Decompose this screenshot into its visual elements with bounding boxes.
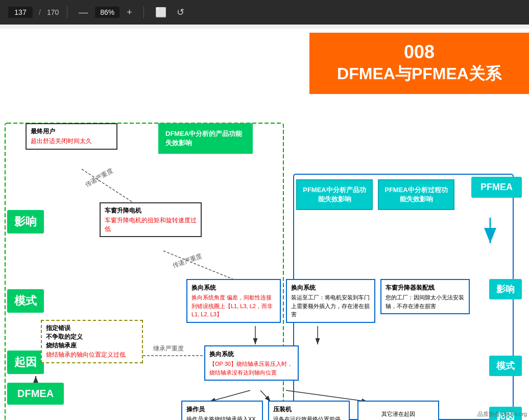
left-cause-label: 起因: [7, 351, 44, 374]
page-input[interactable]: [8, 7, 33, 18]
pfmea-process-box: PFMEA中分析过程功能失效影响: [378, 179, 454, 210]
window-assembly-box: 车窗升降器装配线 您的工厂：因间隙太小无法安装轴，不存在潜在损害: [380, 279, 470, 314]
pfmea-process-content: PFMEA中分析过程功能失效影响: [384, 186, 448, 203]
svg-line-14: [286, 390, 368, 402]
slide-title: DFMEA与PFMEA关系: [337, 63, 501, 85]
title-area: 008 DFMEA与PFMEA关系: [309, 33, 529, 94]
press-title: 压装机: [273, 405, 345, 414]
window-motor-title: 车窗升降电机: [105, 206, 197, 215]
operator-box: 操作员 操作员未将烧结轴承插入XX位置: [181, 401, 263, 420]
specified-error-box: 指定错误 不争取的定义 烧结轴承座 烧结轴承的轴向位置定义过低: [41, 320, 143, 363]
toolbar-divider2: [143, 6, 144, 18]
press-box: 压装机 设备在运行致最终位置前停止: [268, 401, 350, 420]
fit-button[interactable]: ⬜: [152, 6, 170, 19]
press-content: 设备在运行致最终位置前停止: [273, 416, 341, 420]
steering-system2-box: 换向系统 装运至工厂：将电机安装到车门上需要额外插入力，存在潜在损害: [286, 279, 375, 323]
window-assembly-title: 车窗升降器装配线: [386, 283, 465, 292]
svg-text:传递严重度: 传递严重度: [172, 252, 203, 269]
steering-op30-box: 换向系统 【OP 30】烧结轴承压装压入时，烧结轴承没有达到轴向位置: [204, 345, 299, 381]
specified-error-title: 指定错误 不争取的定义 烧结轴承座: [46, 324, 138, 349]
slide-number: 008: [404, 41, 435, 63]
steering-op30-title: 换向系统: [209, 349, 294, 359]
operator-title: 操作员: [186, 405, 258, 414]
window-motor-box: 车窗升降电机 车窗升降电机的扭矩和旋转速度过低: [100, 202, 202, 237]
steering-system1-title: 换向系统: [191, 283, 276, 292]
steering-system2-content: 装运至工厂：将电机安装到车门上需要额外插入力，存在潜在损害: [291, 294, 370, 317]
left-influence-label: 影响: [7, 210, 44, 234]
operator-content: 操作员未将烧结轴承插入XX位置: [186, 416, 256, 420]
main-area: 008 DFMEA与PFMEA关系 传递严重度 传递严重度 继承严重度: [0, 25, 529, 420]
svg-line-13: [260, 390, 271, 402]
right-mode-label: 模式: [489, 356, 522, 376]
end-user-title: 最终用户: [31, 127, 112, 136]
steering-op30-content: 【OP 30】烧结轴承压装压入时，烧结轴承没有达到轴向位置: [209, 361, 293, 376]
left-mode-label: 模式: [7, 289, 44, 313]
rotate-button[interactable]: ↺: [174, 6, 187, 19]
svg-line-12: [209, 390, 250, 402]
page-separator: /: [37, 8, 43, 16]
end-user-content: 超出舒适关闭时间太久: [31, 137, 92, 145]
svg-line-2: [82, 169, 133, 202]
slide: 008 DFMEA与PFMEA关系 传递严重度 传递严重度 继承严重度: [0, 29, 529, 420]
zoom-decrease-button[interactable]: —: [76, 6, 91, 19]
window-motor-content: 车窗升降电机的扭矩和旋转速度过低: [105, 217, 197, 232]
right-influence-label: 影响: [489, 279, 522, 299]
pfmea-product-content: PFMEA中分析产品功能失效影响: [303, 186, 366, 203]
dfmea-product-box: DFMEA中分析的产品功能失效影响: [158, 123, 253, 154]
end-user-box: 最终用户 超出舒适关闭时间太久: [26, 123, 117, 150]
svg-text:继承严重度: 继承严重度: [153, 345, 184, 352]
steering-system1-box: 换向系统 换向系统角度 偏差，间歇性连接到错误线圈上【L1, L3, L2，而非…: [186, 279, 281, 323]
svg-text:传递严重度: 传递严重度: [84, 167, 114, 188]
page-total: 170: [47, 8, 59, 16]
steering-system2-title: 换向系统: [291, 283, 370, 292]
other-causes-content: 其它潜在起因: [381, 411, 415, 417]
pfmea-label-box: PFMEA: [471, 177, 522, 198]
zoom-input[interactable]: [95, 7, 119, 18]
pfmea-product-box: PFMEA中分析产品功能失效影响: [296, 179, 373, 210]
dfmea-label-box: DFMEA: [7, 383, 64, 405]
steering-system1-content: 换向系统角度 偏差，间歇性连接到错误线圈上【L1, L3, L2，而非L1, L…: [191, 294, 273, 317]
other-causes-box: 其它潜在起因: [357, 401, 439, 420]
toolbar: / 170 — + ⬜ ↺: [0, 0, 529, 25]
zoom-increase-button[interactable]: +: [124, 6, 135, 19]
dfmea-product-content: DFMEA中分析的产品功能失效影响: [165, 130, 242, 147]
specified-error-content: 烧结轴承的轴向位置定义过低: [46, 351, 126, 358]
watermark: 品质协会 PinZhi.org: [477, 410, 527, 418]
window-assembly-content: 您的工厂：因间隙太小无法安装轴，不存在潜在损害: [386, 294, 464, 309]
toolbar-divider: [67, 6, 67, 18]
